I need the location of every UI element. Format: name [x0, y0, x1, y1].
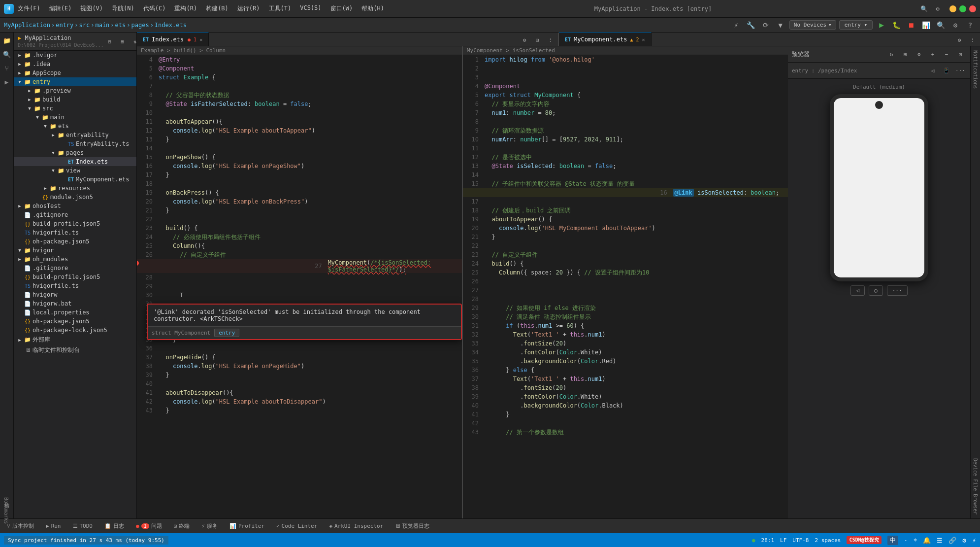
preview-nav-phone[interactable]: 📱 [941, 65, 952, 76]
tree-item-hvigor[interactable]: ▶ 📁 .hvigor [14, 51, 136, 60]
status-icon-2[interactable]: ⌖ [914, 536, 917, 544]
tab-settings-icon[interactable]: ⚙ [519, 34, 530, 46]
status-icon-1[interactable]: · [904, 537, 908, 544]
tree-item-oh-package[interactable]: ▶ {} oh-package.json5 [14, 237, 136, 246]
menu-run[interactable]: 运行(R) [233, 3, 264, 14]
menu-build[interactable]: 构建(B) [202, 3, 232, 14]
indent-indicator[interactable]: 2 spaces [815, 537, 841, 544]
right-tab-settings-icon[interactable]: ⚙ [953, 34, 965, 46]
arkui-tab[interactable]: ◈ ArkUI Inspector [326, 521, 386, 531]
settings-icon[interactable]: ⚙ [932, 3, 944, 15]
services-tab[interactable]: ⚡ 服务 [198, 521, 221, 531]
tab-close-button[interactable]: ✕ [199, 37, 202, 42]
preview-log-tab[interactable]: 🖥 预览器日志 [392, 521, 432, 531]
tab-index-ets[interactable]: ET Index.ets ● 1 ✕ [137, 33, 209, 46]
menu-code[interactable]: 代码(C) [139, 3, 170, 14]
menu-window[interactable]: 窗口(W) [327, 3, 357, 14]
menu-nav[interactable]: 导航(N) [108, 3, 138, 14]
toolbar-icon-3[interactable]: ⟳ [760, 19, 772, 31]
menu-refactor[interactable]: 重构(R) [170, 3, 201, 14]
preview-nav-back[interactable]: ◁ [927, 65, 939, 76]
popup-entry-badge[interactable]: entry [214, 329, 239, 337]
status-icon-5[interactable]: 🔗 [948, 537, 956, 544]
tab-mycomponent-ets[interactable]: ET MyComponent.ets ▲ 2 ✕ [559, 33, 652, 46]
menu-vcs[interactable]: VCS(S) [296, 3, 325, 14]
right-tab-more-icon[interactable]: ⋮ [966, 34, 978, 46]
tree-item-oh-package-lock[interactable]: ▶ {} oh-package-lock.json5 [14, 326, 136, 335]
menu-help[interactable]: 帮助(H) [358, 3, 388, 14]
debug-button[interactable]: 🐛 [890, 19, 902, 31]
tab-more-icon[interactable]: ⋮ [544, 34, 556, 46]
debug-sidebar-icon[interactable]: ▶ [1, 76, 13, 88]
line-col-indicator[interactable]: 28:1 [761, 537, 775, 544]
tree-item-hvigorw-bat[interactable]: ▶ 📄 hvigorw.bat [14, 299, 136, 308]
todo-tab[interactable]: ☰ TODO [70, 521, 96, 531]
tree-item-hvigorfile-ts2[interactable]: ▶ TS hvigorfile.ts [14, 281, 136, 290]
help-toolbar-icon[interactable]: ? [964, 19, 976, 31]
code-linter-tab[interactable]: ✓ Code Linter [273, 521, 320, 531]
tree-item-main[interactable]: ▼ 📁 main [14, 113, 136, 122]
tree-item-mycomponent-ets[interactable]: ▶ ET MyComponent.ets [14, 175, 136, 184]
left-code-area[interactable]: 4@Entry 5@Component 6struct Example { 7 … [137, 55, 462, 518]
device-more-button[interactable]: ··· [887, 285, 908, 296]
search-sidebar-icon[interactable]: 🔍 [1, 48, 13, 60]
tree-item-oh-modules[interactable]: ▶ 📁 oh_modules [14, 255, 136, 264]
status-icon-7[interactable]: ⚡ [972, 537, 976, 544]
preview-refresh-icon[interactable]: ↻ [885, 48, 897, 60]
menu-edit[interactable]: 编辑(E) [45, 3, 76, 14]
tree-item-pages[interactable]: ▼ 📁 pages [14, 148, 136, 157]
device-back-button[interactable]: ◁ [850, 285, 865, 296]
log-tab[interactable]: 📋 日志 [101, 521, 127, 531]
menu-tools[interactable]: 工具(T) [265, 3, 295, 14]
toolbar-icon-1[interactable]: ⚡ [730, 19, 742, 31]
preview-zoom-out-icon[interactable]: − [941, 48, 952, 60]
tree-item-external[interactable]: ▶ 📁 外部库 [14, 335, 136, 345]
run-tab[interactable]: ▶ Run [43, 521, 64, 531]
tree-item-idea[interactable]: ▶ 📁 .idea [14, 60, 136, 68]
terminal-tab[interactable]: ⊡ 终端 [171, 521, 193, 531]
tree-item-temp[interactable]: ▶ 🖥 临时文件和控制台 [14, 345, 136, 355]
tree-item-build-profile[interactable]: ▶ {} build-profile.json5 [14, 219, 136, 228]
menu-view[interactable]: 视图(V) [76, 3, 107, 14]
status-icon-4[interactable]: ☰ [937, 537, 943, 544]
tree-item-build[interactable]: ▶ 📁 build [14, 95, 136, 104]
preview-nav-more[interactable]: ··· [954, 65, 966, 76]
tree-item-module-json[interactable]: ▶ {} module.json5 [14, 193, 136, 202]
coverage-button[interactable]: 📊 [920, 19, 932, 31]
tree-item-entryability-ts[interactable]: ▶ TS EntryAbility.ts [14, 139, 136, 148]
preview-settings-icon[interactable]: ⚙ [913, 48, 925, 60]
tree-item-ohostest[interactable]: ▶ 📁 ohosTest [14, 202, 136, 210]
status-icon-6[interactable]: ⚙ [962, 537, 966, 544]
collapse-all-icon[interactable]: ⊟ [104, 35, 116, 47]
status-icon-3[interactable]: 🔔 [923, 537, 931, 544]
tab-split-icon[interactable]: ⊟ [531, 34, 543, 46]
tree-item-gitignore[interactable]: ▶ 📄 .gitignore [14, 210, 136, 219]
right-code-area[interactable]: 1import hilog from '@ohos.hilog' 2 3 4@C… [463, 55, 788, 518]
notifications-label[interactable]: Notifications [972, 48, 979, 91]
minimize-button[interactable] [949, 5, 956, 12]
line-ending-indicator[interactable]: LF [780, 537, 786, 544]
expand-all-icon[interactable]: ⊞ [117, 35, 129, 47]
device-file-browser-label[interactable]: Device File Browser [972, 456, 979, 516]
tree-item-index-ets[interactable]: ▶ ET Index.ets [14, 157, 136, 166]
tree-item-build-profile2[interactable]: ▶ {} build-profile.json5 [14, 273, 136, 281]
encoding-indicator[interactable]: UTF-8 [792, 537, 809, 544]
search-icon[interactable]: 🔍 [918, 3, 930, 15]
tree-item-preview[interactable]: ▶ 📁 .preview [14, 86, 136, 95]
tree-item-resources[interactable]: ▶ 📁 resources [14, 184, 136, 193]
run-button[interactable]: ▶ [876, 19, 887, 31]
settings-toolbar-icon[interactable]: ⚙ [949, 19, 961, 31]
tree-item-oh-package2[interactable]: ▶ {} oh-package.json5 [14, 317, 136, 326]
version-control-tab[interactable]: ⑂ 版本控制 [4, 521, 37, 531]
toolbar-icon-4[interactable]: ▼ [775, 19, 786, 31]
preview-fit-icon[interactable]: ⊡ [954, 48, 966, 60]
toolbar-icon-2[interactable]: 🔧 [745, 19, 757, 31]
git-icon[interactable]: ⑂ [1, 62, 13, 74]
tree-item-hvigorfile-ts[interactable]: ▶ TS hvigorfile.ts [14, 228, 136, 237]
device-selector[interactable]: No Devices ▾ [789, 20, 836, 30]
breadcrumb-file[interactable]: Index.ets [155, 22, 187, 29]
tree-item-hvigor-folder[interactable]: ▼ 📁 hvigor [14, 246, 136, 255]
stop-button[interactable]: ⏹ [905, 19, 917, 31]
tree-item-view[interactable]: ▼ 📁 view [14, 166, 136, 175]
tree-item-local-props[interactable]: ▶ 📄 local.properties [14, 308, 136, 317]
